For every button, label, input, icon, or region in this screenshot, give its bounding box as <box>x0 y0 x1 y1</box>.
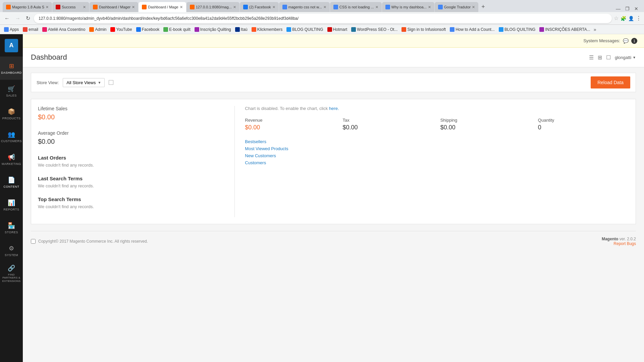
report-bugs-link[interactable]: Report Bugs <box>613 241 636 246</box>
bookmark-howtoadd[interactable]: How to Add a Count... <box>448 26 497 33</box>
bookmark-facebook[interactable]: Facebook <box>134 26 162 33</box>
bookmark-blog2[interactable]: BLOG QUILTING <box>497 26 537 33</box>
customers-label: CUSTOMERS <box>1 139 22 143</box>
sidebar-item-reports[interactable]: 📊 REPORTS <box>0 194 23 217</box>
store-view-label: Store View: <box>37 80 59 85</box>
bookmark-youtube[interactable]: YouTube <box>108 26 134 33</box>
tab-6-close[interactable]: ✕ <box>272 5 275 9</box>
tab-1[interactable]: Magento 1.8 Aula S ✕ <box>3 2 52 12</box>
address-input[interactable] <box>34 14 612 23</box>
bookmark-blog[interactable]: BLOG QUILTING <box>284 26 325 33</box>
tab-4-active[interactable]: Dashboard / Mage ✕ <box>139 2 186 12</box>
bookmark-itau[interactable]: Itaú <box>233 26 250 33</box>
tab-8-close[interactable]: ✕ <box>375 5 378 9</box>
maximize-button[interactable]: ❐ <box>624 5 631 12</box>
reload-page-button[interactable]: ↻ <box>24 14 32 22</box>
footer-checkbox[interactable] <box>31 239 36 244</box>
tab-link-new-customers[interactable]: New Customers <box>245 153 629 158</box>
minimize-button[interactable]: — <box>614 5 622 12</box>
extension-icon[interactable]: 🧩 <box>621 16 626 21</box>
tab-10-close[interactable]: ✕ <box>472 5 475 9</box>
sidebar-item-content[interactable]: 📄 CONTENT <box>0 171 23 194</box>
tab-link-bestsellers[interactable]: Bestsellers <box>245 139 629 144</box>
chart-enable-link[interactable]: here. <box>329 106 339 111</box>
tab-3-close[interactable]: ✕ <box>132 5 135 9</box>
tab-9-title: Why is my dashboa... <box>391 5 427 9</box>
bookmark-wordpress[interactable]: WordPress SEO - Ot... <box>349 26 399 33</box>
bookmark-admin[interactable]: Admin <box>87 26 108 33</box>
tab-10-title: Google Tradutor <box>444 5 471 9</box>
dashboard-grid: Lifetime Sales $0.00 Average Order $0.00… <box>31 99 636 224</box>
system-messages-icon: 💬 <box>623 38 629 44</box>
tab-4-close[interactable]: ✕ <box>180 5 183 9</box>
bookmark-admin-favicon <box>89 27 94 32</box>
bookmark-apps[interactable]: Apps <box>2 26 21 33</box>
bookmark-atelie-label: Ateliê Ana Cosentino <box>48 27 85 32</box>
sidebar-item-dashboard[interactable]: ⊞ DASHBOARD <box>0 57 23 80</box>
quantity-value: 0 <box>538 124 629 131</box>
tab-9-close[interactable]: ✕ <box>428 5 431 9</box>
reload-data-button[interactable]: Reload Data <box>591 76 630 88</box>
tab-5[interactable]: 127.0.0.1:8080/mag... ✕ <box>186 2 239 12</box>
tab-8[interactable]: CSS is not loading ... ✕ <box>330 2 382 12</box>
sidebar-item-partners[interactable]: 🔗 FIND PARTNERS & EXTENSIONS <box>0 262 23 285</box>
sidebar-item-stores[interactable]: 🏪 STORES <box>0 217 23 239</box>
bookmark-hotmart[interactable]: Hotmart <box>325 26 350 33</box>
footer-right: Magento ver. 2.0.2 Report Bugs <box>602 237 636 246</box>
bookmark-email[interactable]: email <box>21 26 40 33</box>
bookmark-inscricao-favicon <box>195 27 199 32</box>
sidebar-item-system[interactable]: ⚙ SYSTEM <box>0 239 23 262</box>
store-view-bar: Store View: All Store Views ▼ Reload Dat… <box>31 73 636 92</box>
close-button[interactable]: ✕ <box>633 5 640 12</box>
header-icon-btn-2[interactable]: ⊞ <box>598 54 602 61</box>
sidebar-item-products[interactable]: 📦 PRODUCTS <box>0 103 23 125</box>
bookmark-inscricoes-label: INSCRIÇÕES ABERTA... <box>545 27 590 32</box>
store-view-checkbox[interactable] <box>109 80 113 85</box>
tab-link-customers[interactable]: Customers <box>245 160 629 165</box>
bookmark-inscricao-label: Inscrição Quilting <box>200 27 231 32</box>
system-label: SYSTEM <box>5 253 18 257</box>
bookmark-ebook[interactable]: E-book quilt <box>161 26 192 33</box>
tab-4-title: Dashboard / Mage <box>148 5 178 9</box>
page-header: Dashboard ☰ ⊞ ☐ glongatti ▼ <box>23 48 644 67</box>
bookmark-signin[interactable]: Sign in to Infusionsoft <box>399 26 448 33</box>
tab-7-close[interactable]: ✕ <box>323 5 326 9</box>
tab-10[interactable]: Google Tradutor ✕ <box>435 2 479 12</box>
bookmark-star-icon[interactable]: ☆ <box>614 15 619 21</box>
header-icon-btn-1[interactable]: ☰ <box>589 54 594 61</box>
customers-icon: 👥 <box>8 131 15 138</box>
tab-3-title: Dashboard / Mager <box>99 5 130 9</box>
bookmarks-overflow-icon[interactable]: » <box>594 27 596 32</box>
tab-9[interactable]: Why is my dashboa... ✕ <box>382 2 434 12</box>
tab-2[interactable]: Success ✕ <box>52 2 89 12</box>
sidebar-item-customers[interactable]: 👥 CUSTOMERS <box>0 125 23 148</box>
menu-icon[interactable]: ⋮ <box>636 15 641 21</box>
header-icon-btn-3[interactable]: ☐ <box>606 54 611 61</box>
sidebar-item-marketing[interactable]: 📢 MARKETING <box>0 148 23 171</box>
bookmark-hotmart-favicon <box>327 27 332 32</box>
forward-button[interactable]: → <box>13 15 22 22</box>
user-menu[interactable]: glongatti ▼ <box>615 55 636 60</box>
right-column: Chart is disabled. To enable the chart, … <box>235 106 629 217</box>
shipping-label: Shipping <box>440 118 531 123</box>
bookmark-apps-favicon <box>4 27 9 32</box>
tab-7[interactable]: magento css not w... ✕ <box>279 2 330 12</box>
tab-5-close[interactable]: ✕ <box>233 5 236 9</box>
user-profile-icon[interactable]: 👤 <box>628 16 634 21</box>
bookmark-inscricoes[interactable]: INSCRIÇÕES ABERTA... <box>537 26 592 33</box>
bookmark-inscricao[interactable]: Inscrição Quilting <box>193 26 233 33</box>
store-view-left: Store View: All Store Views ▼ <box>37 78 113 87</box>
tab-6[interactable]: (2) Facebook ✕ <box>240 2 279 12</box>
back-button[interactable]: ← <box>3 15 11 22</box>
sidebar-item-sales[interactable]: 🛒 SALES <box>0 80 23 103</box>
partners-icon: 🔗 <box>8 264 15 272</box>
new-tab-button[interactable]: + <box>479 3 488 10</box>
store-view-select[interactable]: All Store Views ▼ <box>63 78 105 87</box>
bookmark-wordpress-favicon <box>351 27 356 32</box>
bookmark-klick[interactable]: Klickmembers <box>250 26 284 33</box>
tab-2-close[interactable]: ✕ <box>83 5 86 9</box>
bookmark-atelie[interactable]: Ateliê Ana Cosentino <box>40 26 87 33</box>
tab-3[interactable]: Dashboard / Mager ✕ <box>90 2 138 12</box>
tab-link-most-viewed[interactable]: Most Viewed Products <box>245 146 629 151</box>
tab-1-close[interactable]: ✕ <box>46 5 49 9</box>
